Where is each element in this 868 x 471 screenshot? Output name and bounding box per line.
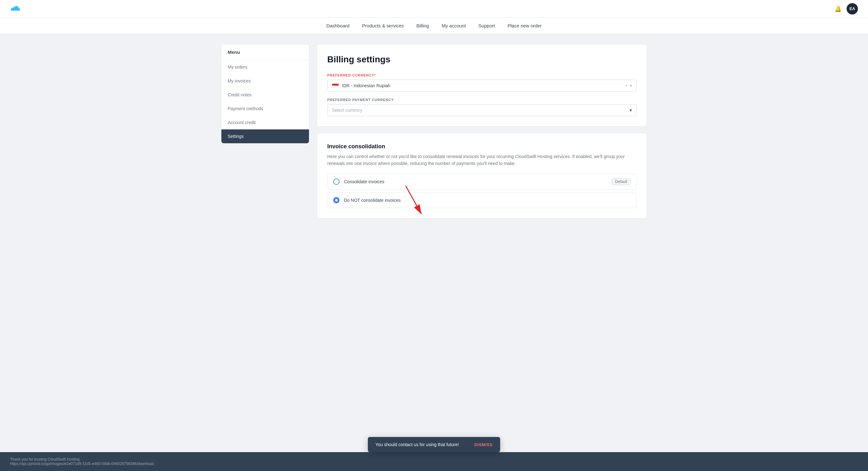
nav-my-account[interactable]: My account: [441, 23, 466, 28]
radio-consolidate[interactable]: Consolidate invoices Default: [327, 174, 637, 190]
radio-circle-not-consolidate: [333, 197, 340, 203]
footer-line2: https://api.upmind.io/api/images/e2e071d…: [10, 462, 858, 466]
toast: You should contact us for using that fut…: [368, 437, 500, 452]
payment-currency-label: PREFERRED PAYMENT CURRENCY: [327, 98, 637, 102]
payment-currency-select[interactable]: Select currency ▾: [327, 104, 637, 116]
avatar[interactable]: EA: [846, 3, 858, 14]
currency-select[interactable]: IDR - Indonesian Rupiah × ▾: [327, 80, 637, 92]
radio-not-consolidate[interactable]: Do NOT consolidate invoices: [327, 192, 637, 208]
nav-products-services[interactable]: Products & services: [362, 23, 404, 28]
nav-billing[interactable]: Billing: [416, 23, 429, 28]
secondary-nav: Dashboard Products & services Billing My…: [0, 18, 868, 34]
sidebar-item-my-orders[interactable]: My orders: [221, 60, 309, 74]
notification-bell-icon[interactable]: 🔔: [835, 5, 841, 12]
nav-place-new-order[interactable]: Place new order: [507, 23, 541, 28]
chevron-down-icon: ▾: [629, 108, 632, 113]
logo: [10, 5, 20, 13]
billing-settings-card: Billing settings PREFERRED CURRENCY* IDR…: [317, 44, 647, 127]
page-title: Billing settings: [327, 55, 637, 65]
toast-wrapper: You should contact us for using that fut…: [368, 437, 500, 452]
sidebar-item-payment-methods[interactable]: Payment methods: [221, 102, 309, 116]
sidebar-title: Menu: [221, 44, 309, 60]
page-layout: Menu My orders My invoices Credit notes …: [214, 44, 654, 219]
top-nav: 🔔 EA: [0, 0, 868, 18]
chevron-down-icon: ▾: [630, 84, 632, 88]
preferred-currency-group: PREFERRED CURRENCY* IDR - Indonesian Rup…: [327, 73, 637, 92]
footer: Thank you for trusting CloudSwift Hostin…: [0, 452, 868, 471]
nav-support[interactable]: Support: [478, 23, 495, 28]
idr-flag-icon: [332, 84, 339, 88]
invoice-section-title: Invoice consolidation: [327, 143, 637, 150]
top-nav-right: 🔔 EA: [835, 3, 858, 14]
sidebar-item-account-credit[interactable]: Account credit: [221, 116, 309, 129]
default-badge: Default: [612, 178, 630, 185]
sidebar: Menu My orders My invoices Credit notes …: [221, 44, 309, 144]
payment-currency-group: PREFERRED PAYMENT CURRENCY Select curren…: [327, 98, 637, 116]
sidebar-item-credit-notes[interactable]: Credit notes: [221, 88, 309, 102]
currency-label: PREFERRED CURRENCY*: [327, 73, 637, 77]
invoice-section-desc: Here you can control whether or not you'…: [327, 153, 637, 167]
sidebar-item-settings[interactable]: Settings: [221, 129, 309, 143]
main-content: Billing settings PREFERRED CURRENCY* IDR…: [317, 44, 647, 219]
toast-dismiss-button[interactable]: DISMISS: [474, 442, 493, 447]
footer-line1: Thank you for trusting CloudSwift Hostin…: [10, 457, 858, 462]
nav-dashboard[interactable]: Dashboard: [326, 23, 349, 28]
radio-circle-consolidate: [333, 179, 340, 185]
invoice-consolidation-card: Invoice consolidation Here you can contr…: [317, 133, 647, 219]
toast-message: You should contact us for using that fut…: [375, 442, 467, 447]
clear-currency-icon[interactable]: ×: [625, 84, 627, 88]
sidebar-item-my-invoices[interactable]: My invoices: [221, 74, 309, 88]
